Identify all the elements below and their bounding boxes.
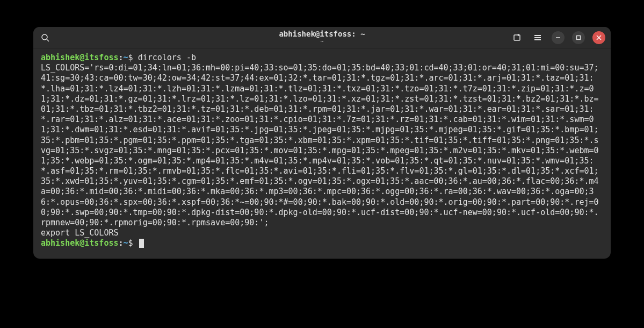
minimize-button[interactable]	[552, 31, 565, 44]
output-ls-colors: LS_COLORS='rs=0:di=01;34:ln=01;36:mh=00:…	[41, 63, 599, 227]
cursor	[139, 239, 144, 248]
prompt-dollar-2: $	[128, 238, 138, 248]
svg-line-1	[47, 39, 49, 41]
svg-point-0	[42, 34, 47, 40]
close-button[interactable]	[592, 31, 605, 44]
title-text: abhishek@itsfoss: ~	[279, 30, 365, 38]
new-tab-icon[interactable]	[511, 31, 524, 44]
prompt-user-2: abhishek@itsfoss	[41, 238, 119, 248]
prompt-path: ~	[124, 53, 128, 62]
svg-rect-9	[577, 35, 581, 39]
prompt-user: abhishek@itsfoss	[41, 53, 119, 62]
search-icon[interactable]	[39, 31, 52, 44]
command-text: dircolors -b	[138, 53, 196, 62]
subtitle-text: ~	[279, 39, 365, 45]
maximize-button[interactable]	[572, 31, 585, 44]
output-export: export LS_COLORS	[41, 228, 119, 238]
terminal-window: abhishek@itsfoss: ~ ~	[33, 27, 611, 259]
titlebar: abhishek@itsfoss: ~ ~	[33, 27, 611, 48]
prompt-colon-2: :	[119, 238, 124, 248]
window-title: abhishek@itsfoss: ~ ~	[279, 30, 365, 44]
svg-rect-2	[514, 35, 520, 40]
menu-icon[interactable]	[531, 31, 544, 44]
terminal-body[interactable]: abhishek@itsfoss:~$ dircolors -b LS_COLO…	[33, 48, 611, 259]
prompt-colon: :	[119, 53, 124, 62]
prompt-path-2: ~	[124, 238, 128, 248]
prompt-dollar: $	[128, 53, 138, 62]
